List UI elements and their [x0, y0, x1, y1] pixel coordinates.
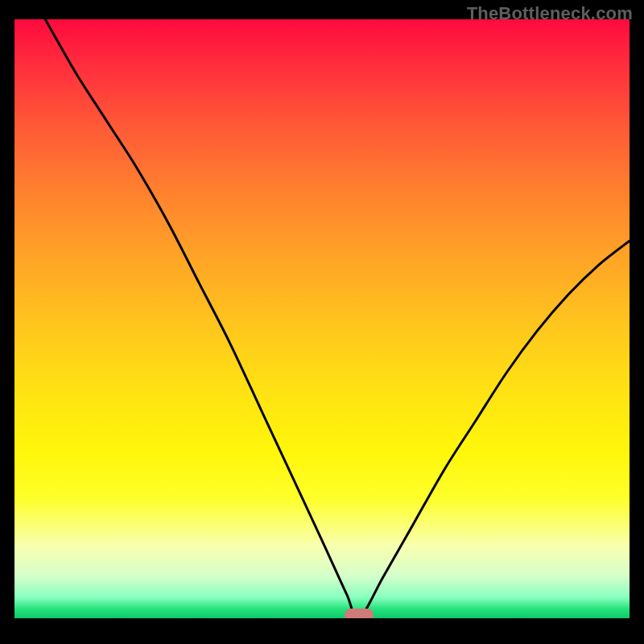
watermark-text: TheBottleneck.com: [467, 3, 633, 24]
chart-frame: TheBottleneck.com: [0, 0, 644, 644]
plot-area: [14, 19, 630, 618]
optimum-marker: [345, 609, 374, 618]
bottleneck-curve: [14, 19, 630, 618]
